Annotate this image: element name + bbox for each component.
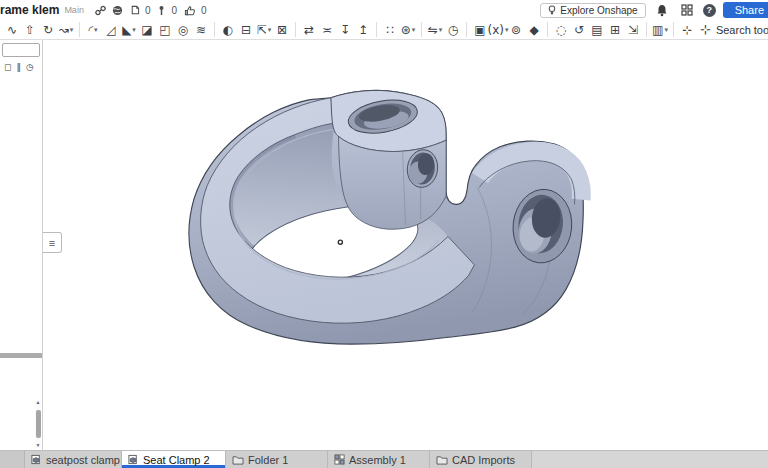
linear-pattern-button[interactable]: ∷ <box>381 21 399 39</box>
share-button[interactable]: Share <box>723 2 768 18</box>
derived-button[interactable]: ↺ <box>570 21 588 39</box>
revolve-button[interactable]: ↻ <box>39 21 57 39</box>
circular-pattern-icon: ⊛ <box>401 21 411 39</box>
delete-part-button[interactable]: ⊠ <box>273 21 291 39</box>
export-part-button[interactable]: ⇲ <box>624 21 642 39</box>
filter-box-icon[interactable]: ◻ <box>4 61 11 73</box>
onshape-app: rame klem Main 0 0 0 Explore Onshape <box>0 0 768 468</box>
search-tools[interactable]: ⊹Search tools <box>700 21 768 39</box>
list-icon: ≡ <box>49 237 55 249</box>
fillet-button[interactable]: ◜▾ <box>84 21 102 39</box>
sheet-metal-button[interactable]: ▥▾ <box>651 21 669 39</box>
link-icon[interactable] <box>95 5 106 16</box>
scroll-down-icon[interactable]: ▼ <box>36 443 41 448</box>
explore-onshape-button[interactable]: Explore Onshape <box>540 3 645 18</box>
move-face-button[interactable]: ⇄ <box>300 21 318 39</box>
export-button[interactable]: ↥ <box>354 21 372 39</box>
element-tab-bar: seatpost clampSeat Clamp 2Folder 1Assemb… <box>0 450 768 468</box>
toolbar-separator <box>547 22 548 37</box>
feature-list-flyout-button[interactable]: ≡ <box>43 232 62 253</box>
insert-button[interactable]: ⊞ <box>606 21 624 39</box>
chevron-down-icon[interactable]: ▾ <box>94 26 98 34</box>
tab-seat-clamp-2[interactable]: Seat Clamp 2 <box>122 451 226 468</box>
public-globe-icon[interactable] <box>112 5 123 16</box>
likes-count: 0 <box>201 5 207 16</box>
graphics-viewport[interactable] <box>43 40 768 450</box>
help-button[interactable]: ? <box>703 4 716 17</box>
shell-button[interactable]: ◰ <box>156 21 174 39</box>
variable-button[interactable]: (x)▾ <box>489 21 507 39</box>
configurations-button[interactable]: ⊚ <box>507 21 525 39</box>
scrollbar-thumb[interactable] <box>36 410 41 438</box>
thread-button[interactable]: ≋ <box>192 21 210 39</box>
tag-button[interactable]: ◆ <box>525 21 543 39</box>
draft-button[interactable]: ◣▾ <box>120 21 138 39</box>
history-button[interactable]: ◷ <box>444 21 462 39</box>
sweep-button[interactable]: ↝▾ <box>57 21 75 39</box>
rollback-icon[interactable]: ◷ <box>26 61 34 73</box>
tab-bar-corner <box>0 451 25 468</box>
origin-marker <box>338 240 342 244</box>
chevron-down-icon[interactable]: ▾ <box>664 26 668 34</box>
toolbar-separator <box>421 22 422 37</box>
featurescript-button[interactable]: ◌ <box>552 21 570 39</box>
copies-icon[interactable] <box>129 5 140 16</box>
chevron-down-icon[interactable]: ▾ <box>70 26 74 34</box>
derived-icon: ↺ <box>574 21 584 39</box>
tab-label: Seat Clamp 2 <box>143 454 210 466</box>
tab-cad-imports[interactable]: CAD Imports <box>430 451 532 468</box>
feature-list-vscrollbar[interactable]: ▲ ▼ <box>35 400 41 448</box>
assembly-icon <box>334 454 345 465</box>
sketch-button[interactable]: ∿ <box>3 21 21 39</box>
toolbar-separator <box>295 22 296 37</box>
tab-folder-1[interactable]: Folder 1 <box>226 451 328 468</box>
chamfer-button[interactable]: ◿ <box>102 21 120 39</box>
hole-button[interactable]: ◎ <box>174 21 192 39</box>
frame-view-icon: ⊹ <box>682 21 692 39</box>
boolean-icon: ◐ <box>223 21 233 39</box>
document-title: rame klem <box>0 3 59 17</box>
chevron-down-icon[interactable]: ▾ <box>412 26 416 34</box>
fillet-icon: ◜ <box>88 21 93 39</box>
extrude-button[interactable]: ⇧ <box>21 21 39 39</box>
rib-button[interactable]: ◪ <box>138 21 156 39</box>
boolean-button[interactable]: ◐ <box>219 21 237 39</box>
split-button[interactable]: ⊟ <box>237 21 255 39</box>
delete-part-icon: ⊠ <box>277 21 287 39</box>
feature-toolbar: ∿⇧↻↝▾◜▾◿◣▾◪◰◎≋◐⊟⇱▾⊠⇄≍↧↥∷⊛▾⇋▾◷▣(x)▾⊚◆◌↺▤⊞… <box>0 20 768 40</box>
publish-button[interactable]: ▤ <box>588 21 606 39</box>
like-icon[interactable] <box>184 5 196 16</box>
seat-clamp-model[interactable] <box>43 40 768 450</box>
mirror-button[interactable]: ⇋▾ <box>426 21 444 39</box>
toolbar-separator <box>376 22 377 37</box>
configurations-icon: ⊚ <box>511 21 521 39</box>
scroll-up-icon[interactable]: ▲ <box>36 400 41 405</box>
chevron-down-icon[interactable]: ▾ <box>132 26 136 34</box>
export-icon: ↥ <box>358 21 368 39</box>
folder-icon <box>436 455 448 465</box>
lightbulb-icon <box>548 5 556 16</box>
chevron-down-icon[interactable]: ▾ <box>439 26 443 34</box>
feature-list-hscrollbar[interactable] <box>0 353 42 358</box>
notifications-bell-icon[interactable] <box>656 4 668 17</box>
tag-icon: ◆ <box>529 21 538 39</box>
suppress-icon[interactable]: ‖ <box>16 61 21 73</box>
import-button[interactable]: ↧ <box>336 21 354 39</box>
tab-label: seatpost clamp <box>46 454 120 466</box>
frame-view-button[interactable]: ⊹ <box>678 21 696 39</box>
feature-filter-input[interactable] <box>2 43 40 57</box>
circular-pattern-button[interactable]: ⊛▾ <box>399 21 417 39</box>
followers-icon[interactable] <box>157 5 166 16</box>
shell-icon: ◰ <box>159 21 170 39</box>
export-part-icon: ⇲ <box>628 21 638 39</box>
mirror-icon: ⇋ <box>428 21 438 39</box>
tab-assembly-1[interactable]: Assembly 1 <box>328 451 430 468</box>
chevron-down-icon[interactable]: ▾ <box>268 26 272 34</box>
app-grid-icon[interactable] <box>681 4 693 16</box>
tab-seatpost-clamp[interactable]: seatpost clamp <box>25 451 122 468</box>
offset-surface-button[interactable]: ≍ <box>318 21 336 39</box>
toolbar-separator <box>79 22 80 37</box>
named-views-button[interactable]: ▣ <box>471 21 489 39</box>
chamfer-icon: ◿ <box>106 21 115 39</box>
transform-button[interactable]: ⇱▾ <box>255 21 273 39</box>
